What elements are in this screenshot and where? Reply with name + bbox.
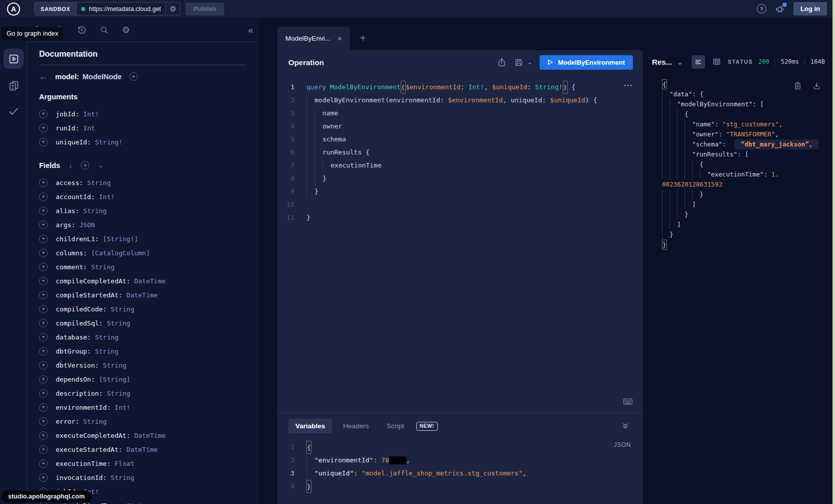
chevron-down-icon[interactable]: ⌄ [98,161,103,169]
doc-field-row[interactable]: +accountId:Int! [39,190,246,204]
share-icon[interactable] [497,58,507,67]
add-field-icon[interactable]: + [39,249,48,257]
doc-field-row[interactable]: +executeCompletedAt:DateTime [39,428,246,442]
tab-headers[interactable]: Headers [336,419,376,433]
field-type[interactable]: String [83,418,107,425]
field-type[interactable]: [CatalogColumn] [91,249,150,257]
add-field-icon[interactable]: + [39,459,48,468]
field-type[interactable]: String [107,390,130,397]
help-icon[interactable]: ? [757,4,766,14]
add-field-icon[interactable]: + [39,305,48,313]
doc-field-row[interactable]: +dbtVersion:String [39,358,246,372]
field-type[interactable]: String [83,207,107,215]
endpoint-url-field[interactable]: https://metadata.cloud.get [76,3,165,15]
add-field-icon[interactable]: + [39,110,48,118]
add-field-icon[interactable]: + [39,431,48,440]
field-type[interactable]: Int! [83,110,99,118]
add-field-icon[interactable]: + [39,291,48,299]
doc-field-row[interactable]: +runId:Int [39,121,246,135]
field-type[interactable]: String [95,348,118,355]
collapse-panel-icon[interactable]: « [248,25,253,35]
explorer-nav-item[interactable] [4,49,24,69]
field-type[interactable]: DateTime [126,291,158,299]
add-field-icon[interactable]: + [39,347,48,356]
doc-field-row[interactable]: +columns:[CatalogColumn] [39,246,246,260]
response-dropdown-chevron-icon[interactable]: ⌄ [677,57,683,67]
doc-field-row[interactable]: +comment:String [39,260,246,274]
breadcrumb-type[interactable]: ModelNode [83,73,122,81]
field-type[interactable]: String [87,179,111,187]
operation-tab[interactable]: ModelByEnvi... × [277,27,350,50]
field-type[interactable]: [String!] [103,235,138,243]
schema-nav-item[interactable] [8,80,20,91]
download-response-icon[interactable] [812,81,821,90]
add-field-icon[interactable]: + [39,403,48,412]
field-type[interactable]: Float [115,460,134,467]
doc-field-row[interactable]: +dependsOn:[String] [39,372,246,386]
collapse-section-icon[interactable] [621,422,630,431]
search-icon[interactable] [99,25,109,35]
field-type[interactable]: DateTime [126,446,158,453]
field-type[interactable]: JSON [79,221,95,229]
field-type[interactable]: Int! [115,404,130,411]
settings-gear-icon[interactable]: ⚙ [122,25,130,36]
add-field-icon[interactable]: + [39,263,48,271]
doc-field-row[interactable]: +executeStartedAt:DateTime [39,442,246,456]
doc-field-row[interactable]: +environmentId:Int! [39,400,246,414]
add-field-icon[interactable]: + [39,124,48,132]
field-type[interactable]: String [107,319,130,327]
sort-icon[interactable]: ↓ [69,161,73,170]
add-field-icon[interactable]: + [39,445,48,454]
doc-field-row[interactable]: +invocationId:String [39,470,246,484]
doc-field-row[interactable]: +database:String [39,330,246,344]
sandbox-badge[interactable]: SANDBOX [35,3,76,15]
field-type[interactable]: String [91,263,115,271]
add-field-icon[interactable]: + [39,417,48,426]
add-field-icon[interactable]: + [129,72,138,81]
field-type[interactable]: String [103,362,126,369]
new-tab-icon[interactable]: + [360,33,366,43]
field-type[interactable]: [String] [99,376,130,383]
keyboard-shortcuts-icon[interactable] [623,397,633,406]
apollo-logo[interactable]: A [0,3,27,16]
run-operation-button[interactable]: ModelByEnvironment [540,55,633,70]
table-view-toggle[interactable] [710,55,723,69]
close-tab-icon[interactable]: × [338,35,342,42]
save-icon[interactable] [514,58,524,67]
add-field-icon[interactable]: + [39,235,48,243]
window-scrollbar[interactable] [832,0,835,504]
doc-field-row[interactable]: +executionTime:Float [39,456,246,470]
add-field-icon[interactable]: + [39,277,48,285]
add-field-icon[interactable]: + [39,375,48,384]
tab-variables[interactable]: Variables [288,419,332,433]
doc-field-row[interactable]: +compileCompletedAt:DateTime [39,274,246,288]
save-options-chevron-icon[interactable]: ⌄ [527,59,532,66]
add-all-fields-icon[interactable]: + [81,161,89,170]
field-type[interactable]: String [111,474,134,481]
add-field-icon[interactable]: + [39,221,48,229]
doc-field-row[interactable]: +compileStartedAt:DateTime [39,288,246,302]
doc-field-row[interactable]: +access:String [39,176,246,190]
checklist-nav-item[interactable] [8,105,20,117]
copy-response-icon[interactable] [793,81,802,90]
announcements-megaphone-icon[interactable] [775,4,785,14]
field-type[interactable]: Int [83,124,95,132]
field-type[interactable]: String [126,502,150,504]
doc-field-row[interactable]: +error:String [39,414,246,428]
add-field-icon[interactable]: + [39,389,48,398]
field-type[interactable]: Int! [99,193,114,201]
doc-field-row[interactable]: +description:String [39,386,246,400]
response-title[interactable]: Res... [652,58,672,66]
doc-field-row[interactable]: +compiledSql:String [39,316,246,330]
add-field-icon[interactable]: + [39,319,48,327]
field-type[interactable]: String! [95,138,122,146]
field-type[interactable]: String [95,333,118,341]
field-type[interactable]: DateTime [134,277,166,285]
add-field-icon[interactable]: + [39,333,48,342]
operation-editor[interactable]: 1query ModelByEnvironment($environmentId… [277,74,643,413]
back-icon[interactable]: ← [39,72,48,81]
tab-script[interactable]: Script [380,419,411,433]
add-field-icon[interactable]: + [39,361,48,370]
doc-field-row[interactable]: +childrenL1:[String!] [39,232,246,246]
variables-editor[interactable]: 1{2"environmentId": 78,3"uniqueId": "mod… [277,441,643,493]
